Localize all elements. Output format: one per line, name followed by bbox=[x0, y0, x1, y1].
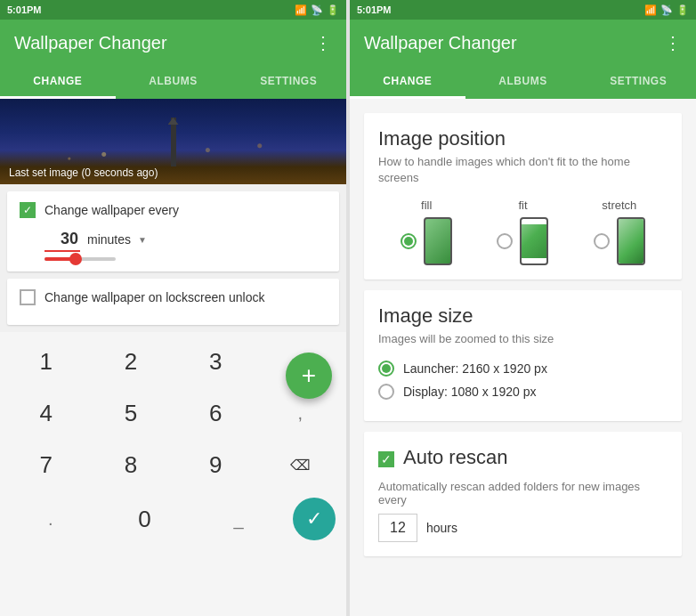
numpad-key-delete[interactable]: ⌫ bbox=[258, 439, 343, 490]
minutes-dropdown-arrow[interactable]: ▼ bbox=[138, 235, 147, 245]
numpad-key-4[interactable]: 4 bbox=[4, 387, 88, 439]
image-size-card: Image size Images will be zoomed to this… bbox=[364, 290, 682, 420]
battery-icon: 🔋 bbox=[327, 4, 339, 16]
position-fit-label: fit bbox=[518, 199, 527, 212]
numpad-key-1[interactable]: 1 bbox=[4, 336, 88, 387]
wallpaper-preview: Last set image (0 seconds ago) bbox=[0, 99, 346, 184]
fit-phone-inner bbox=[522, 224, 546, 258]
left-menu-icon[interactable]: ⋮ bbox=[314, 32, 332, 53]
auto-rescan-title-row: ✓ Auto rescan bbox=[378, 446, 668, 473]
stretch-phone-mock bbox=[617, 217, 645, 265]
numpad-row-2: 4 5 6 , bbox=[4, 387, 343, 439]
position-fill-label: fill bbox=[421, 199, 432, 212]
numpad-key-9[interactable]: 9 bbox=[174, 439, 258, 490]
numpad-key-3[interactable]: 3 bbox=[174, 336, 258, 387]
tab-settings-right[interactable]: SETTINGS bbox=[580, 66, 696, 99]
slider-thumb[interactable] bbox=[69, 253, 82, 265]
launcher-radio-inner bbox=[382, 364, 391, 373]
image-position-desc: How to handle images which don't fit to … bbox=[378, 154, 668, 186]
numpad-key-8[interactable]: 8 bbox=[88, 439, 173, 490]
launcher-radio[interactable] bbox=[378, 361, 394, 377]
position-fit: fit bbox=[497, 199, 548, 265]
minutes-label: minutes bbox=[87, 232, 131, 247]
left-status-icons: 📶 📡 🔋 bbox=[295, 4, 339, 16]
size-option-display: Display: 1080 x 1920 px bbox=[378, 384, 668, 400]
left-app-title: Wallpaper Changer bbox=[14, 33, 167, 53]
fit-radio-row bbox=[497, 217, 548, 265]
right-main-content: Image position How to handle images whic… bbox=[350, 99, 696, 616]
fill-radio[interactable] bbox=[401, 233, 417, 249]
lockscreen-section: Change wallpaper on lockscreen unlock bbox=[7, 279, 339, 325]
right-signal-icon: 📶 bbox=[644, 4, 657, 16]
numpad-key-dot[interactable]: . bbox=[4, 493, 98, 545]
right-status-time: 5:01PM bbox=[357, 4, 392, 15]
minutes-input[interactable] bbox=[45, 227, 80, 252]
right-app-title: Wallpaper Changer bbox=[364, 33, 517, 53]
hours-box[interactable]: 12 bbox=[378, 514, 417, 542]
hours-input-row: 12 hours bbox=[378, 514, 668, 542]
numpad-key-confirm[interactable]: ✓ bbox=[293, 498, 336, 540]
tab-albums-right[interactable]: ALBUMS bbox=[465, 66, 581, 99]
position-fill: fill bbox=[401, 199, 452, 265]
numpad-key-7[interactable]: 7 bbox=[4, 439, 88, 490]
fill-phone-mock bbox=[424, 217, 452, 265]
auto-rescan-title: Auto rescan bbox=[403, 446, 507, 469]
right-tabs: CHANGE ALBUMS SETTINGS bbox=[350, 66, 696, 99]
tab-settings-left[interactable]: SETTINGS bbox=[231, 66, 346, 99]
position-options: fill fit bbox=[378, 199, 668, 265]
image-size-title: Image size bbox=[378, 304, 668, 328]
numpad-key-0[interactable]: 0 bbox=[98, 493, 192, 545]
stretch-radio-row bbox=[594, 217, 645, 265]
left-screen: 5:01PM 📶 📡 🔋 Wallpaper Changer ⋮ CHANGE … bbox=[0, 0, 346, 616]
fit-phone-mock bbox=[520, 217, 548, 265]
image-position-title: Image position bbox=[378, 127, 668, 150]
numpad-key-underscore[interactable]: _ bbox=[191, 493, 286, 545]
change-wallpaper-row: ✓ Change wallpaper every bbox=[20, 202, 327, 218]
position-stretch-label: stretch bbox=[602, 199, 636, 212]
fill-radio-inner bbox=[404, 237, 413, 246]
auto-rescan-checkbox[interactable]: ✓ bbox=[378, 451, 394, 467]
right-battery-icon: 🔋 bbox=[676, 4, 689, 16]
stretch-radio[interactable] bbox=[594, 233, 610, 249]
fab-button[interactable]: + bbox=[286, 353, 332, 399]
display-size-label: Display: 1080 x 1920 px bbox=[403, 385, 536, 399]
numpad-row-3: 7 8 9 ⌫ bbox=[4, 439, 343, 490]
change-wallpaper-section: ✓ Change wallpaper every minutes ▼ bbox=[7, 191, 339, 272]
left-main-content: Last set image (0 seconds ago) ✓ Change … bbox=[0, 99, 346, 616]
minutes-row: minutes ▼ bbox=[45, 227, 327, 252]
auto-rescan-card: ✓ Auto rescan Automatically rescan added… bbox=[364, 432, 682, 556]
tab-albums-left[interactable]: ALBUMS bbox=[116, 66, 231, 99]
fab-icon: + bbox=[302, 361, 316, 390]
tower-graphic bbox=[171, 118, 176, 166]
lockscreen-label: Change wallpaper on lockscreen unlock bbox=[45, 290, 264, 304]
signal-icon: 📶 bbox=[295, 4, 307, 16]
tab-change-right[interactable]: CHANGE bbox=[350, 66, 465, 99]
left-toolbar: Wallpaper Changer ⋮ bbox=[0, 20, 346, 66]
change-wallpaper-label: Change wallpaper every bbox=[45, 203, 179, 217]
left-status-time: 5:01PM bbox=[7, 4, 42, 15]
tab-change-left[interactable]: CHANGE bbox=[0, 66, 116, 99]
right-status-bar: 5:01PM 📶 📡 🔋 bbox=[350, 0, 696, 20]
right-screen: 5:01PM 📶 📡 🔋 Wallpaper Changer ⋮ CHANGE … bbox=[350, 0, 696, 616]
right-status-icons: 📶 📡 🔋 bbox=[644, 4, 689, 16]
numpad-key-5[interactable]: 5 bbox=[88, 387, 173, 439]
auto-rescan-desc: Automatically rescan added folders for n… bbox=[378, 480, 668, 507]
size-option-launcher: Launcher: 2160 x 1920 px bbox=[378, 361, 668, 377]
fit-radio[interactable] bbox=[497, 233, 513, 249]
change-wallpaper-checkbox[interactable]: ✓ bbox=[20, 202, 36, 218]
numpad-key-2[interactable]: 2 bbox=[88, 336, 173, 387]
wifi-icon: 📡 bbox=[311, 4, 323, 16]
image-size-desc: Images will be zoomed to this size bbox=[378, 331, 668, 347]
position-stretch: stretch bbox=[594, 199, 645, 265]
stretch-phone-inner bbox=[619, 219, 643, 263]
left-status-bar: 5:01PM 📶 📡 🔋 bbox=[0, 0, 346, 20]
preview-label: Last set image (0 seconds ago) bbox=[9, 166, 158, 179]
hours-label: hours bbox=[426, 521, 457, 535]
numpad-key-6[interactable]: 6 bbox=[174, 387, 258, 439]
launcher-size-label: Launcher: 2160 x 1920 px bbox=[403, 361, 547, 376]
display-radio[interactable] bbox=[378, 384, 394, 400]
right-toolbar: Wallpaper Changer ⋮ bbox=[350, 20, 696, 66]
right-wifi-icon: 📡 bbox=[660, 4, 673, 16]
lockscreen-checkbox[interactable] bbox=[20, 289, 36, 305]
right-menu-icon[interactable]: ⋮ bbox=[664, 32, 682, 53]
